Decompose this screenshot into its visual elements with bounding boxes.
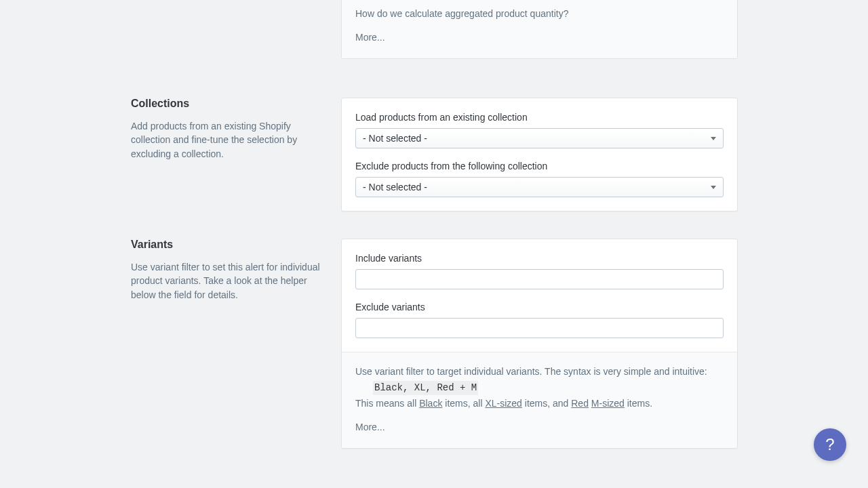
exclude-variants-input[interactable]	[355, 318, 724, 338]
variant-example-black: Black	[419, 398, 442, 409]
variants-title: Variants	[131, 239, 321, 251]
load-collection-value: - Not selected -	[363, 133, 427, 144]
variants-helper-explanation: This means all Black items, all XL-sized…	[355, 396, 724, 411]
exclude-collection-label: Exclude products from the following coll…	[355, 161, 724, 171]
variants-description: Use variant filter to set this alert for…	[131, 260, 321, 302]
include-variants-label: Include variants	[355, 253, 724, 264]
help-fab[interactable]: ?	[814, 428, 846, 461]
collections-title: Collections	[131, 98, 321, 110]
variants-helper-footer: Use variant filter to target individual …	[342, 352, 737, 448]
stock-tracking-card: Track stock level by aggregated product …	[341, 0, 738, 59]
variant-example-xl: XL-sized	[485, 398, 521, 409]
variants-helper-intro: Use variant filter to target individual …	[355, 365, 724, 379]
exclude-collection-select[interactable]: - Not selected -	[355, 177, 724, 197]
variant-example-m: M-sized	[591, 398, 625, 409]
variants-card: Include variants Exclude variants Use va…	[341, 239, 738, 449]
collections-section-info: Collections Add products from an existin…	[131, 98, 341, 161]
exclude-variants-label: Exclude variants	[355, 302, 724, 312]
load-collection-label: Load products from an existing collectio…	[355, 112, 724, 123]
exclude-collection-value: - Not selected -	[363, 182, 427, 192]
load-collection-select[interactable]: - Not selected -	[355, 128, 724, 148]
collections-description: Add products from an existing Shopify co…	[131, 119, 321, 161]
variants-example-code: Black, XL, Red + M	[373, 381, 478, 395]
variants-section-info: Variants Use variant filter to set this …	[131, 239, 341, 302]
question-icon: ?	[825, 435, 834, 454]
collections-card: Load products from an existing collectio…	[341, 98, 738, 211]
stock-tracking-footer: How do we calculate aggregated product q…	[342, 0, 737, 58]
include-variants-input[interactable]	[355, 269, 724, 289]
aggregated-quantity-note: How do we calculate aggregated product q…	[355, 7, 724, 21]
variant-example-red: Red	[571, 398, 589, 409]
more-link-variants[interactable]: More...	[355, 420, 724, 434]
more-link-stock[interactable]: More...	[355, 30, 724, 45]
